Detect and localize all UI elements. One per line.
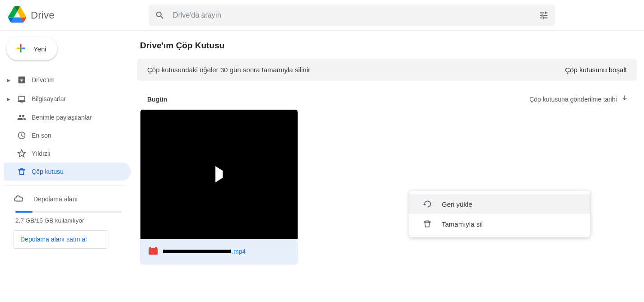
nav-label: Çöp kutusu — [32, 168, 64, 175]
star-icon — [16, 149, 27, 158]
sort-column[interactable]: Çöp kutusuna gönderilme tarihi — [529, 94, 629, 104]
sort-label: Çöp kutusuna gönderilme tarihi — [529, 96, 617, 103]
nav-shared[interactable]: Benimle paylaşılanlar — [4, 108, 131, 126]
chevron-right-icon[interactable]: ▶ — [5, 97, 12, 102]
storage-label: Depolama alanı — [33, 195, 78, 203]
file-name: .mp4 — [163, 248, 246, 255]
delete-forever-icon — [423, 219, 432, 228]
search-input[interactable] — [173, 11, 531, 19]
divider — [4, 185, 126, 186]
nav-list: ▶ Drive'ım ▶ Bilgisayarlar Benimle payla… — [4, 70, 131, 181]
menu-item-label: Geri yükle — [442, 200, 472, 208]
nav-label: Yıldızlı — [32, 150, 51, 157]
clock-icon — [16, 131, 27, 140]
sidebar: Yeni ▶ Drive'ım ▶ Bilgisayarlar Benimle … — [0, 31, 131, 302]
search-options-icon[interactable] — [539, 10, 549, 20]
banner-message: Çöp kutusundaki öğeler 30 gün sonra tama… — [147, 66, 310, 74]
file-extension: .mp4 — [232, 248, 246, 255]
storage-bar — [15, 211, 122, 213]
buy-storage-button[interactable]: Depolama alanı satın al — [14, 230, 108, 249]
empty-trash-button[interactable]: Çöp kutusunu boşalt — [565, 66, 627, 74]
file-thumbnail[interactable] — [140, 110, 298, 239]
nav-label: Benimle paylaşılanlar — [32, 114, 92, 121]
arrow-down-icon — [621, 94, 629, 104]
new-button-label: Yeni — [33, 45, 47, 53]
play-icon — [215, 171, 223, 178]
logo-block[interactable]: Drive — [7, 6, 55, 24]
shared-icon — [16, 113, 27, 122]
context-menu: Geri yükle Tamamıyla sil — [409, 190, 590, 237]
menu-item-restore[interactable]: Geri yükle — [409, 194, 590, 214]
section-label: Bugün — [147, 96, 167, 103]
page-title: Drive'ım Çöp Kutusu — [137, 41, 637, 51]
my-drive-icon — [16, 75, 27, 84]
menu-item-label: Tamamıyla sil — [442, 220, 483, 228]
nav-computers[interactable]: ▶ Bilgisayarlar — [4, 89, 131, 108]
file-meta[interactable]: .mp4 — [140, 239, 298, 264]
menu-item-delete-forever[interactable]: Tamamıyla sil — [409, 214, 590, 234]
restore-icon — [423, 200, 432, 209]
main-content: Drive'ım Çöp Kutusu Çöp kutusundaki öğel… — [131, 31, 644, 302]
cloud-icon — [14, 194, 23, 205]
nav-label: En son — [32, 132, 51, 139]
trash-info-banner: Çöp kutusundaki öğeler 30 gün sonra tama… — [137, 59, 637, 81]
storage-usage-text: 2,7 GB/15 GB kullanılıyor — [15, 217, 124, 224]
app-name: Drive — [31, 9, 55, 21]
trash-icon — [16, 167, 27, 176]
nav-trash[interactable]: Çöp kutusu — [4, 163, 131, 181]
nav-starred[interactable]: Yıldızlı — [4, 144, 131, 163]
search-icon[interactable] — [155, 10, 165, 20]
drive-logo-icon — [8, 6, 26, 24]
computers-icon — [16, 94, 27, 103]
nav-label: Drive'ım — [32, 76, 55, 84]
video-file-icon — [149, 248, 158, 255]
nav-my-drive[interactable]: ▶ Drive'ım — [4, 70, 131, 89]
chevron-right-icon[interactable]: ▶ — [5, 78, 12, 83]
plus-icon — [14, 42, 27, 56]
search-bar[interactable] — [149, 5, 555, 26]
nav-label: Bilgisayarlar — [32, 95, 66, 102]
list-header: Bugün Çöp kutusuna gönderilme tarihi — [137, 94, 637, 109]
new-button[interactable]: Yeni — [6, 37, 57, 60]
redacted-text — [163, 250, 231, 253]
nav-recent[interactable]: En son — [4, 126, 131, 144]
app-header: Drive — [0, 0, 644, 31]
file-card[interactable]: .mp4 — [140, 109, 298, 265]
nav-storage[interactable]: Depolama alanı — [14, 190, 124, 208]
